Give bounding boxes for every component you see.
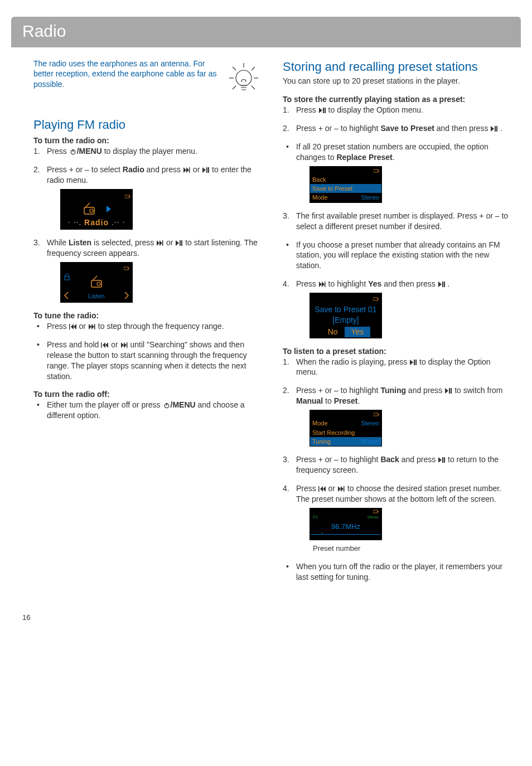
svg-rect-52 [318,486,320,492]
svg-rect-19 [180,240,181,246]
turn-off-head: To turn the radio off: [33,389,260,400]
storing-intro: You can store up to 20 preset stations i… [283,76,510,86]
playing-fm-heading: Playing FM radio [33,117,260,133]
svg-rect-22 [128,268,129,269]
turn-on-step-3: 3. While Listen is selected, press or to… [33,237,260,303]
step-number: 2. [283,123,289,134]
svg-line-5 [252,67,255,70]
intro-box: The radio uses the earphones as an anten… [33,59,260,100]
prev-track-icon [101,342,109,348]
prev-track-icon [318,486,326,492]
turn-on-head: To turn the radio on: [33,135,260,146]
svg-rect-44 [414,360,415,365]
svg-rect-50 [442,457,443,463]
preset-yes: Yes [345,327,371,337]
svg-rect-13 [125,195,129,198]
next-track-icon [183,167,191,173]
svg-rect-36 [496,126,497,132]
next-track-icon [120,342,128,348]
radio-icon [89,275,104,289]
step-number: 2. [33,164,40,175]
svg-rect-47 [451,388,452,394]
svg-rect-46 [449,388,450,394]
turn-on-step-1: 1. Press /MENU to display the player men… [33,146,260,157]
store-step-4: 4. Press to highlight Yes and then press… [283,279,510,338]
step-number: 1. [33,146,40,157]
svg-line-16 [85,203,90,207]
svg-rect-12 [208,167,209,173]
play-pause-icon [202,167,210,173]
svg-rect-48 [374,413,378,416]
menu-preset: Preset [361,438,379,445]
svg-rect-35 [495,126,496,132]
text: Press [296,484,318,493]
text: or [191,165,202,174]
left-column: The radio uses the earphones as an anten… [33,59,260,590]
listen-step-3: 3. Press + or – to highlight Back and pr… [283,454,510,476]
svg-rect-20 [181,240,182,246]
text: to [323,396,333,405]
radio-icon [82,202,96,216]
text: Save to Preset [380,124,434,133]
text: to display the player menu. [102,147,197,156]
text: to display the Option menu. [326,105,423,114]
svg-rect-23 [65,277,69,280]
preset-no: No [321,327,345,337]
tune-head: To tune the radio: [33,311,260,321]
text: Preset [334,396,358,405]
store-step-3-bullet: If you choose a preset number that alrea… [283,240,510,272]
tune-bullet-2: Press and hold or until "Searching" show… [33,340,260,382]
menu-back: Back [312,176,326,183]
svg-rect-33 [323,108,324,113]
text: or [326,484,337,493]
text: to switch from [452,386,502,395]
text: and press [406,386,444,395]
svg-rect-41 [444,282,445,287]
text: Tuning [380,386,406,395]
svg-rect-49 [378,414,379,415]
text: . [393,153,395,162]
svg-point-17 [90,209,93,212]
next-track-icon [88,323,96,330]
chevron-left-icon [64,292,69,299]
listen-step-1: 1. When the radio is playing, press to d… [283,357,510,378]
svg-rect-40 [442,282,443,287]
play-pause-icon [490,125,498,132]
turn-on-step-2: 2. Press + or – to select Radio and pres… [33,164,260,230]
listen-head: To listen to a preset station: [283,346,510,357]
text: /MENU [171,400,196,409]
svg-rect-18 [162,240,163,246]
turn-off-bullet: Either turn the player off or press /MEN… [33,400,260,421]
power-icon [69,148,77,155]
frequency-screen: P1 Stereo 96.7MHz [309,508,382,540]
listen-label: Listen [88,292,104,300]
text: Radio [123,165,144,174]
battery-icon [125,195,130,199]
svg-point-0 [236,70,252,86]
svg-line-6 [233,86,236,89]
svg-rect-55 [378,511,379,512]
tune-bullet-1: Press or to step through the frequency r… [33,321,260,332]
svg-rect-45 [415,360,417,365]
next-track-icon [318,281,326,288]
text: is selected, press [91,238,156,247]
step-number: 4. [283,483,289,494]
text: and then press [381,279,437,288]
storing-heading: Storing and recalling preset stations [283,59,510,75]
prev-track-icon [69,323,77,330]
menu-save: Save to Preset [312,185,352,192]
text: to highlight [326,279,369,288]
svg-rect-51 [444,457,445,463]
battery-icon [374,169,379,173]
freq-value: 96.7MHz [311,521,381,533]
menu-mode: Mode [312,419,328,427]
store-bullet-occupied: If all 20 preset station numbers are occ… [283,142,510,203]
listen-screen: Listen [60,262,133,303]
play-arrow-icon [107,206,111,212]
lightbulb-tip-icon [227,59,260,100]
listen-step-4: 4. Press or to choose the desired statio… [283,483,510,554]
play-pause-icon [409,359,417,366]
right-column: Storing and recalling preset stations Yo… [283,59,510,590]
text: Press [296,105,318,114]
text: When the radio is playing, press [296,357,409,366]
